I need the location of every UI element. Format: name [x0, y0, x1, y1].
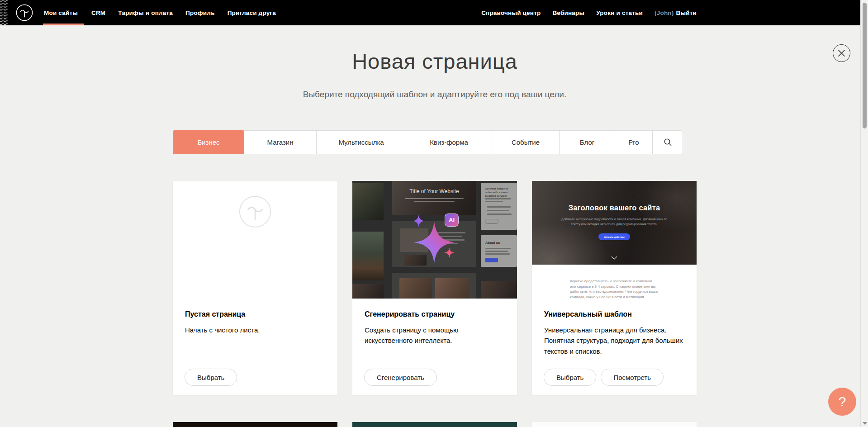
- scrollbar-thumb[interactable]: [863, 3, 867, 128]
- tab-blog[interactable]: Блог: [560, 131, 615, 154]
- universal-template-preview: Заголовок вашего сайта Добавьте интересн…: [532, 181, 697, 299]
- next-row-card-partial[interactable]: [352, 422, 517, 427]
- template-cta-button: Целевое действие: [598, 233, 630, 240]
- ai-template-preview: Title of Your Website Get your house in …: [352, 181, 517, 299]
- tab-pro[interactable]: Pro: [615, 131, 653, 154]
- chevron-down-icon: [611, 256, 617, 260]
- close-button[interactable]: [833, 44, 850, 62]
- template-category-tabs: Бизнес Магазин Мультиссылка Квиз-форма С…: [173, 130, 683, 154]
- select-button[interactable]: Выбрать: [544, 369, 596, 386]
- collage-hero-title: Title of Your Website: [392, 188, 476, 195]
- card-title: Универсальный шаблон: [544, 310, 632, 318]
- close-icon: [838, 49, 845, 57]
- template-hero-title: Заголовок вашего сайта: [532, 204, 697, 212]
- collage-card-heading: Get your house in order with a smart cle…: [485, 187, 513, 198]
- preview-button[interactable]: Посмотреть: [601, 369, 664, 386]
- small-sparkle-icon: [444, 247, 455, 258]
- tab-shop[interactable]: Магазин: [244, 131, 317, 154]
- tab-multilink[interactable]: Мультиссылка: [317, 131, 406, 154]
- tab-business[interactable]: Бизнес: [173, 130, 244, 154]
- collage-about-tile: About us: [481, 235, 517, 267]
- tab-search[interactable]: [653, 131, 683, 154]
- vertical-scrollbar[interactable]: [860, 0, 868, 427]
- collage-text-card-tile: Get your house in order with a smart cle…: [481, 183, 517, 230]
- tilda-logo[interactable]: [15, 4, 33, 22]
- ai-badge: AI: [445, 214, 459, 227]
- generate-button[interactable]: Сгенерировать: [364, 369, 437, 386]
- collage-gallery-tile: [392, 273, 476, 299]
- question-icon: ?: [839, 394, 846, 409]
- nav-my-sites[interactable]: Мои сайты: [44, 0, 85, 25]
- collage-photo-tile: [481, 281, 517, 299]
- tab-quiz-form[interactable]: Квиз-форма: [406, 131, 492, 154]
- card-description: Начать с чистого листа.: [185, 325, 324, 335]
- tilda-watermark-logo: [239, 195, 271, 228]
- collage-photo-tile: [352, 284, 384, 299]
- help-button[interactable]: ?: [828, 388, 856, 416]
- template-body-text: Коротко представьтесь и расскажите о ком…: [570, 279, 659, 299]
- nav-tariffs[interactable]: Тарифы и оплата: [112, 0, 179, 25]
- collage-photo-tile: [352, 183, 384, 220]
- page-title: Новая страница: [173, 49, 697, 74]
- template-card-ai-generate[interactable]: Title of Your Website Get your house in …: [352, 181, 517, 395]
- card-description: Создать страницу с помощью искусственног…: [365, 325, 503, 346]
- template-hero-text: Добавьте интересные подробности о вашей …: [558, 217, 671, 227]
- card-title: Сгенерировать страницу: [365, 310, 455, 318]
- template-hero: Заголовок вашего сайта Добавьте интересн…: [532, 181, 697, 265]
- small-sparkle-icon: [413, 215, 425, 227]
- tab-event[interactable]: Событие: [492, 131, 560, 154]
- card-description: Универсальная страница для бизнеса. Поня…: [544, 325, 683, 356]
- scroll-down-arrow[interactable]: [863, 422, 867, 425]
- template-card-blank-page[interactable]: Пустая страница Начать с чистого листа. …: [173, 181, 337, 395]
- template-body-section: Коротко представьтесь и расскажите о ком…: [532, 265, 697, 299]
- card-title: Пустая страница: [185, 310, 245, 318]
- template-card-universal[interactable]: Заголовок вашего сайта Добавьте интересн…: [532, 181, 697, 395]
- collage-about-heading: About us: [485, 241, 500, 245]
- nav-crm[interactable]: CRM: [85, 0, 112, 25]
- select-button[interactable]: Выбрать: [185, 369, 237, 386]
- magnifier-icon: [664, 138, 672, 147]
- page-header: Новая страница Выберите подходящий шабло…: [173, 0, 697, 100]
- zigzag-pattern: [0, 0, 8, 25]
- collage-photo-tile: [352, 232, 384, 280]
- collage-hero-tile: Title of Your Website: [392, 181, 476, 215]
- page-subtitle: Выберите подходящий шаблон и адаптируйте…: [173, 90, 697, 100]
- next-row-card-partial[interactable]: [173, 422, 337, 427]
- next-row-card-partial[interactable]: [532, 422, 697, 427]
